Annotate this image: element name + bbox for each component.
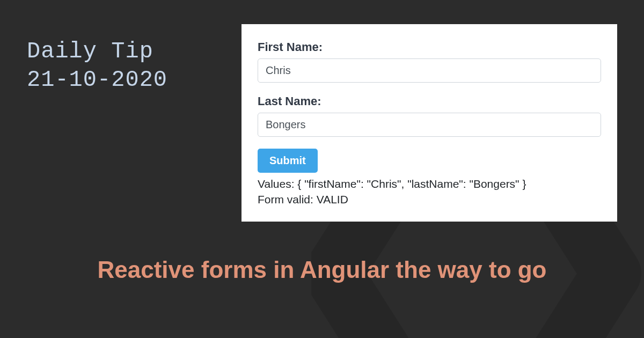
form-card: First Name: Last Name: Submit Values: { … xyxy=(241,24,617,222)
last-name-label: Last Name: xyxy=(258,94,601,108)
first-name-group: First Name: xyxy=(258,40,601,83)
first-name-input[interactable] xyxy=(258,58,601,83)
last-name-group: Last Name: xyxy=(258,94,601,137)
header-line-1: Daily Tip xyxy=(27,38,167,66)
header-date-block: Daily Tip 21-10-2020 xyxy=(27,38,167,94)
article-title: Reactive forms in Angular the way to go xyxy=(0,255,644,284)
submit-button[interactable]: Submit xyxy=(258,149,318,173)
first-name-label: First Name: xyxy=(258,40,601,54)
output-valid: Form valid: VALID xyxy=(258,192,601,207)
header-line-2: 21-10-2020 xyxy=(27,66,167,94)
output-values: Values: { "firstName": "Chris", "lastNam… xyxy=(258,176,601,192)
last-name-input[interactable] xyxy=(258,113,601,137)
